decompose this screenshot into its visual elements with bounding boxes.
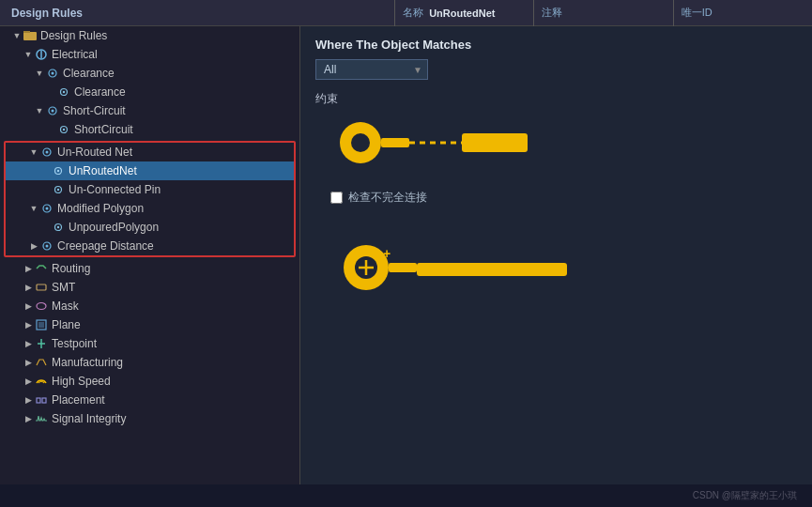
tree-item-electrical[interactable]: ▼ Electrical (0, 45, 299, 64)
svg-text:+: + (383, 246, 391, 261)
unrouted-diagram (330, 116, 782, 171)
expand-icon-testpoint: ▶ (23, 338, 34, 349)
tree-label-placement: Placement (52, 393, 105, 407)
high-speed-icon (34, 374, 49, 389)
tree-item-plane[interactable]: ▶ Plane (0, 315, 299, 334)
top-bar: Design Rules 名称 UnRoutedNet 注释 唯一ID (0, 0, 812, 26)
expand-icon-routing: ▶ (23, 263, 34, 274)
tree-label-short-circuit: Short-Circuit (63, 104, 126, 117)
tree-item-signal-integrity[interactable]: ▶ Signal Integrity (0, 409, 299, 428)
header-comment-col: 注释 (534, 0, 673, 26)
expand-icon-creepage: ▶ (28, 240, 39, 252)
tree-item-design-rules[interactable]: ▼ Design Rules (0, 26, 299, 45)
spacer-icon-4: ▶ (39, 222, 51, 233)
tree-label-clearance-item: Clearance (74, 85, 126, 99)
tree-label-mask: Mask (52, 300, 79, 313)
tree-label-electrical: Electrical (52, 48, 98, 61)
svg-point-7 (63, 91, 65, 93)
dropdown-row: All ▼ (315, 59, 797, 80)
electrical-icon (34, 47, 49, 62)
tree-item-mask[interactable]: ▶ Mask (0, 297, 299, 315)
svg-point-17 (57, 189, 59, 191)
tree-item-unpouredpolygon[interactable]: ▶ UnpouredPolygon (6, 218, 294, 237)
tree-item-shortcircuit-item[interactable]: ▶ ShortCircuit (0, 120, 299, 139)
modified-polygon-svg: + (330, 232, 593, 298)
tree-item-creepage-distance[interactable]: ▶ Creepage Distance (6, 237, 294, 255)
expand-icon-mask: ▶ (23, 300, 34, 312)
plane-icon (34, 317, 49, 332)
tree-item-smt[interactable]: ▶ SMT (0, 278, 299, 297)
tree-label-testpoint: Testpoint (52, 337, 97, 350)
right-panel: Where The Object Matches All ▼ 约束 (300, 26, 812, 484)
header-id-col: 唯一ID (674, 0, 812, 26)
tree-item-short-circuit[interactable]: ▼ Short-Circuit (0, 101, 299, 120)
tree-item-modified-polygon[interactable]: ▼ Modified Polygon (6, 199, 294, 218)
short-circuit-icon (45, 103, 60, 118)
header-id-label: 唯一ID (682, 6, 712, 20)
tree-item-unrouted-net[interactable]: ▼ Un-Routed Net (6, 143, 294, 161)
unroutednet-rule-icon (51, 163, 66, 178)
panel-title: Design Rules (0, 7, 94, 20)
svg-rect-30 (37, 398, 40, 403)
unrouted-net-icon (39, 145, 54, 160)
svg-rect-34 (381, 138, 409, 147)
checkbox-row: 检查不完全连接 (330, 190, 782, 206)
spacer-icon: ▶ (45, 124, 56, 135)
folder-icon (23, 28, 38, 43)
dropdown-wrapper[interactable]: All ▼ (315, 59, 428, 80)
tree-label-creepage-distance: Creepage Distance (57, 239, 154, 253)
svg-point-23 (46, 245, 49, 248)
svg-rect-0 (23, 32, 37, 40)
tree-label-unconnected-pin: Un-Connected Pin (69, 183, 161, 196)
expand-icon-short-circuit: ▼ (34, 105, 45, 116)
routing-icon (34, 261, 49, 276)
tree-label-smt: SMT (52, 281, 75, 294)
tree-label-unrouted-net: Un-Routed Net (57, 146, 132, 159)
match-dropdown[interactable]: All (315, 59, 428, 80)
tree-item-unconnected-pin[interactable]: ▶ Un-Connected Pin (6, 180, 294, 199)
incomplete-connection-checkbox[interactable] (330, 192, 343, 204)
left-tree-panel: ▼ Design Rules ▼ Electrical ▼ Clearance … (0, 26, 300, 484)
tree-item-clearance-item[interactable]: ▶ Clearance (0, 83, 299, 101)
tree-item-manufacturing[interactable]: ▶ Manufacturing (0, 353, 299, 372)
tree-label-shortcircuit-item: ShortCircuit (74, 123, 133, 136)
tree-item-placement[interactable]: ▶ Placement (0, 391, 299, 409)
svg-point-25 (37, 303, 46, 310)
spacer-icon-3: ▶ (39, 184, 51, 195)
expand-icon-clearance: ▼ (34, 68, 45, 79)
svg-rect-36 (462, 133, 528, 152)
tree-item-clearance-group[interactable]: ▼ Clearance (0, 64, 299, 83)
tree-label-high-speed: High Speed (52, 375, 111, 388)
expand-icon-placement: ▶ (23, 394, 34, 406)
diagram-area: 检查不完全连接 + (315, 116, 797, 300)
header-name-col: 名称 UnRoutedNet (395, 0, 534, 26)
expand-icon-high-speed: ▶ (23, 376, 34, 387)
spacer-icon-2: ▶ (39, 165, 51, 177)
footer: CSDN @隔壁家的王小琪 (0, 484, 812, 507)
tree-label-modified-polygon: Modified Polygon (57, 202, 144, 215)
tree-item-unroutednet-selected[interactable]: ▶ UnRoutedNet (6, 161, 294, 180)
svg-point-5 (52, 72, 54, 75)
svg-rect-24 (37, 284, 46, 290)
tree-label-unroutednet: UnRoutedNet (69, 164, 137, 177)
svg-point-15 (57, 170, 59, 172)
mask-icon (34, 299, 49, 314)
expand-icon-plane: ▶ (23, 319, 34, 330)
unrouted-net-svg (330, 116, 575, 168)
where-matches-title: Where The Object Matches (300, 26, 812, 59)
header-columns: 名称 UnRoutedNet 注释 唯一ID (394, 0, 812, 26)
svg-point-19 (46, 207, 49, 210)
tree-item-testpoint[interactable]: ▶ Testpoint (0, 334, 299, 353)
unconnected-pin-icon (51, 182, 66, 197)
manufacturing-icon (34, 355, 49, 370)
creepage-icon (39, 238, 54, 254)
placement-icon (34, 392, 49, 407)
tree-item-routing[interactable]: ▶ Routing (0, 259, 299, 278)
constraint-label: 约束 (315, 91, 797, 107)
header-name-label: 名称 (403, 6, 423, 20)
unpouredpolygon-icon (51, 220, 66, 235)
svg-rect-27 (38, 322, 44, 328)
expand-icon-signal-integrity: ▶ (23, 413, 34, 424)
expand-icon-unrouted: ▼ (28, 146, 39, 158)
tree-item-high-speed[interactable]: ▶ High Speed (0, 372, 299, 391)
